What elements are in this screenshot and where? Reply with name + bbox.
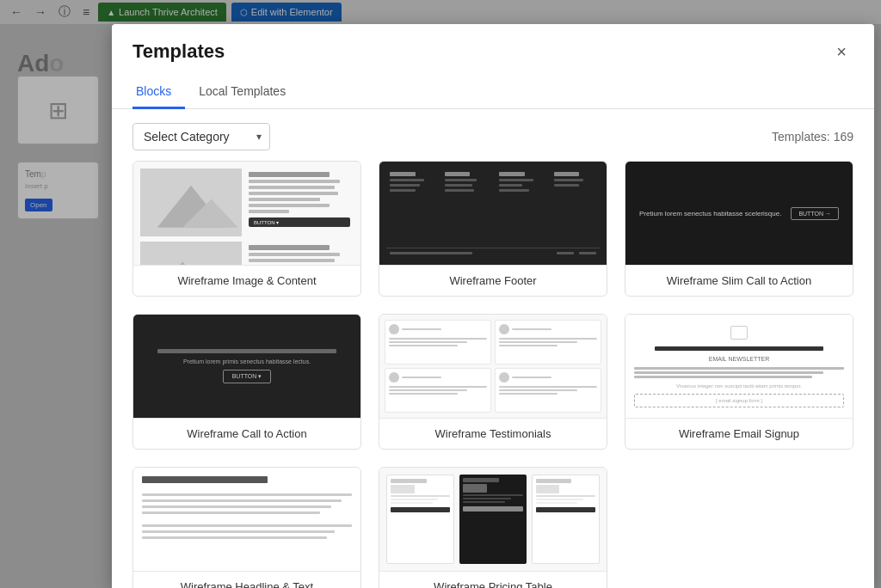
card-label-pricing: Wireframe Pricing Table <box>379 571 607 588</box>
template-card-wireframe-footer[interactable]: Wireframe Footer <box>379 161 607 297</box>
cta-slim-preview-text: Pretium lorem senectus habitasse sceleri… <box>639 210 791 217</box>
category-select[interactable]: Select Category Headers Footers Call to … <box>132 123 270 150</box>
toolbar-row: Select Category Headers Footers Call to … <box>112 109 874 161</box>
card-label-footer: Wireframe Footer <box>379 265 607 296</box>
svg-rect-3 <box>140 242 242 265</box>
card-preview-email: EMAIL NEWSLETTER Vivamus integer non sus… <box>625 315 853 418</box>
category-select-wrapper: Select Category Headers Footers Call to … <box>132 123 270 150</box>
template-card-wireframe-cta[interactable]: Pretium lorem primis senectus habitasse … <box>132 314 361 450</box>
card-preview-pricing <box>379 468 607 571</box>
template-card-wireframe-pricing[interactable]: Wireframe Pricing Table <box>379 467 607 588</box>
card-preview-testimonials <box>379 315 607 418</box>
template-card-wireframe-email[interactable]: EMAIL NEWSLETTER Vivamus integer non sus… <box>625 314 853 450</box>
card-label-headline: Wireframe Headline & Text <box>133 571 360 588</box>
email-title-line <box>655 346 822 351</box>
tab-blocks[interactable]: Blocks <box>132 76 185 109</box>
cta-slim-preview-btn: BUTTON → <box>791 207 839 220</box>
template-card-wireframe-testimonials[interactable]: Wireframe Testimonials <box>379 314 607 450</box>
template-card-wireframe-slim-cta[interactable]: Pretium lorem senectus habitasse sceleri… <box>625 161 853 297</box>
templates-count: Templates: 169 <box>772 130 853 144</box>
modal-header: Templates × <box>112 24 874 72</box>
template-card-wireframe-headline[interactable]: Wireframe Headline & Text <box>132 467 361 588</box>
card-label-slim-cta: Wireframe Slim Call to Action <box>625 265 853 296</box>
card-preview-footer <box>379 162 607 265</box>
grid-container: BUTTON ▾ <box>132 161 853 588</box>
tab-local-templates[interactable]: Local Templates <box>195 76 299 109</box>
card-label-email: Wireframe Email Signup <box>625 418 853 449</box>
template-card-wireframe-image-content[interactable]: BUTTON ▾ <box>132 161 361 297</box>
card-preview-cta: Pretium lorem primis senectus habitasse … <box>133 315 360 418</box>
modal-title: Templates <box>132 40 225 63</box>
close-button[interactable]: × <box>829 40 853 64</box>
card-label-testimonials: Wireframe Testimonials <box>379 418 607 449</box>
card-preview-cta-slim: Pretium lorem senectus habitasse sceleri… <box>625 162 853 265</box>
templates-grid[interactable]: BUTTON ▾ <box>112 161 874 588</box>
card-label-cta: Wireframe Call to Action <box>133 418 360 449</box>
templates-modal: Templates × Blocks Local Templates Selec… <box>112 24 874 588</box>
tabs-bar: Blocks Local Templates <box>112 76 874 109</box>
email-preview-icon <box>730 326 748 340</box>
card-preview-headline <box>133 468 360 571</box>
card-preview-img-content: BUTTON ▾ <box>133 162 360 265</box>
card-label-img-content: Wireframe Image & Content <box>133 265 360 296</box>
